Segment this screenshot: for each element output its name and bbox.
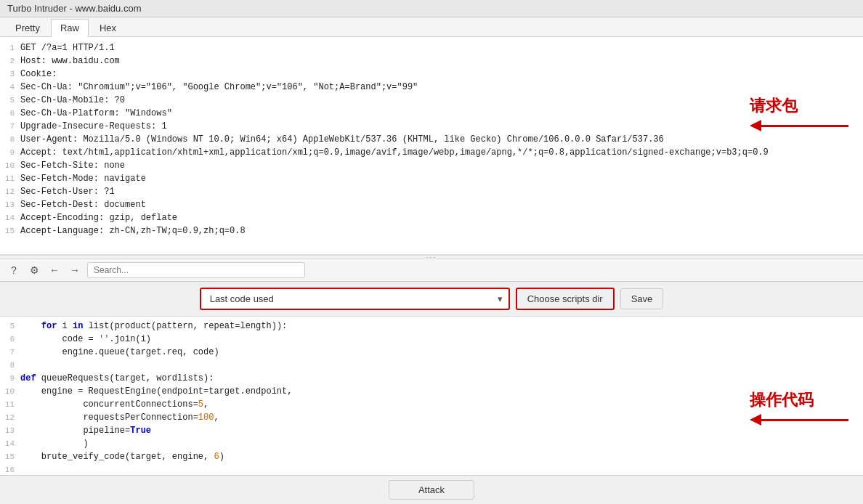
line-content: Sec-Fetch-User: ?1 xyxy=(20,185,863,198)
plain-token: queueRequests(target, wordlists): xyxy=(36,373,214,383)
plain-token: code = xyxy=(20,334,99,344)
line-content: Sec-Fetch-Site: none xyxy=(20,159,863,172)
attack-button[interactable]: Attack xyxy=(389,480,474,500)
request-line: 13Sec-Fetch-Dest: document xyxy=(0,198,863,211)
line-number: 16 xyxy=(0,463,20,475)
line-content: requestsPerConnection=100, xyxy=(20,411,863,424)
tab-pretty[interactable]: Pretty xyxy=(6,19,49,36)
request-line: 9Accept: text/html,application/xhtml+xml… xyxy=(0,146,863,159)
request-line: 3Cookie: xyxy=(0,68,863,81)
line-number: 14 xyxy=(0,437,20,450)
request-line: 12Sec-Fetch-User: ?1 xyxy=(0,185,863,198)
code-line: 10 engine = RequestEngine(endpoint=targe… xyxy=(0,385,863,398)
line-content: concurrentConnections=5, xyxy=(20,398,863,411)
code-line: 9def queueRequests(target, wordlists): xyxy=(0,372,863,385)
plain-token: pipeline= xyxy=(20,426,130,436)
line-content: Accept: text/html,application/xhtml+xml,… xyxy=(20,146,863,159)
request-content: 1GET /?a=1 HTTP/1.12Host: www.baidu.com3… xyxy=(0,37,863,254)
script-dropdown[interactable]: Last code used xyxy=(201,289,492,309)
code-line: 5 for i in list(product(pattern, repeat=… xyxy=(0,320,863,333)
request-line: 2Host: www.baidu.com xyxy=(0,54,863,68)
line-number: 2 xyxy=(0,54,20,68)
keyword-token: for xyxy=(20,321,57,331)
help-icon[interactable]: ? xyxy=(6,262,22,278)
line-number: 9 xyxy=(0,146,20,159)
plain-token: list(product(pattern, repeat=length)): xyxy=(83,321,287,331)
line-number: 15 xyxy=(0,224,20,237)
code-line: 11 concurrentConnections=5, xyxy=(0,398,863,411)
plain-token: ) xyxy=(219,452,224,462)
request-line: 14Accept-Encoding: gzip, deflate xyxy=(0,211,863,224)
search-input[interactable] xyxy=(87,262,305,278)
request-area: 1GET /?a=1 HTTP/1.12Host: www.baidu.com3… xyxy=(0,37,863,255)
chevron-down-icon: ▾ xyxy=(492,293,509,304)
line-content: Sec-Fetch-Mode: navigate xyxy=(20,172,863,185)
line-content: ) xyxy=(20,437,863,450)
plain-token: engine = RequestEngine(endpoint=target.e… xyxy=(20,386,292,397)
settings-icon[interactable]: ⚙ xyxy=(26,262,42,278)
bottom-bar: Attack xyxy=(0,475,863,504)
line-content: for i in list(product(pattern, repeat=le… xyxy=(20,320,863,333)
line-content: GET /?a=1 HTTP/1.1 xyxy=(20,41,863,54)
request-line: 6Sec-Ch-Ua-Platform: "Windows" xyxy=(0,107,863,120)
number-token: 100 xyxy=(198,412,214,423)
tab-hex[interactable]: Hex xyxy=(90,19,126,36)
line-number: 13 xyxy=(0,424,20,437)
tab-raw[interactable]: Raw xyxy=(51,19,89,37)
line-number: 6 xyxy=(0,107,20,120)
line-number: 8 xyxy=(0,359,20,372)
line-number: 10 xyxy=(0,385,20,398)
request-line: 11Sec-Fetch-Mode: navigate xyxy=(0,172,863,185)
choose-scripts-button[interactable]: Choose scripts dir xyxy=(516,288,615,310)
code-line: 12 requestsPerConnection=100, xyxy=(0,411,863,424)
line-number: 6 xyxy=(0,333,20,346)
plain-token: concurrentConnections= xyxy=(20,399,198,410)
number-token: 6 xyxy=(214,452,219,462)
forward-icon[interactable]: → xyxy=(67,262,83,278)
number-token: 5 xyxy=(198,399,203,410)
line-number: 7 xyxy=(0,120,20,133)
line-number: 1 xyxy=(0,41,20,54)
back-icon[interactable]: ← xyxy=(46,262,62,278)
request-line: 15Accept-Language: zh-CN,zh-TW;q=0.9,zh;… xyxy=(0,224,863,237)
plain-token: engine.queue(target.req, code) xyxy=(20,347,219,357)
save-button[interactable]: Save xyxy=(620,288,664,309)
request-line: 8User-Agent: Mozilla/5.0 (Windows NT 10.… xyxy=(0,133,863,146)
line-number: 10 xyxy=(0,159,20,172)
line-number: 11 xyxy=(0,172,20,185)
line-content: code = ''.join(i) xyxy=(20,333,863,346)
plain-token: i xyxy=(57,321,73,331)
code-area: 5 for i in list(product(pattern, repeat=… xyxy=(0,317,863,475)
plain-token: , xyxy=(214,412,219,423)
line-content: User-Agent: Mozilla/5.0 (Windows NT 10.0… xyxy=(20,133,863,146)
line-content: Host: www.baidu.com xyxy=(20,54,863,68)
line-content: Accept-Encoding: gzip, deflate xyxy=(20,211,863,224)
line-number: 9 xyxy=(0,372,20,385)
request-line: 4Sec-Ch-Ua: "Chromium";v="106", "Google … xyxy=(0,81,863,94)
line-number: 15 xyxy=(0,450,20,463)
line-content: Sec-Ch-Ua-Platform: "Windows" xyxy=(20,107,863,120)
line-content: pipeline=True xyxy=(20,424,863,437)
line-number: 13 xyxy=(0,198,20,211)
line-number: 5 xyxy=(0,320,20,333)
code-line: 13 pipeline=True xyxy=(0,424,863,437)
request-line: 5Sec-Ch-Ua-Mobile: ?0 xyxy=(0,94,863,107)
code-line: 16 xyxy=(0,463,863,475)
line-content: Sec-Fetch-Dest: document xyxy=(20,198,863,211)
request-line: 7Upgrade-Insecure-Requests: 1 xyxy=(0,120,863,133)
code-content: 5 for i in list(product(pattern, repeat=… xyxy=(0,317,863,475)
line-content: Accept-Language: zh-CN,zh-TW;q=0.9,zh;q=… xyxy=(20,224,863,237)
keyword-token: def xyxy=(20,373,36,383)
line-content: Sec-Ch-Ua: "Chromium";v="106", "Google C… xyxy=(20,81,863,94)
script-dropdown-wrapper: Last code used ▾ xyxy=(200,288,510,310)
line-content: def queueRequests(target, wordlists): xyxy=(20,372,863,385)
code-line: 8 xyxy=(0,359,863,372)
plain-token: .join(i) xyxy=(109,334,151,344)
window-title: Turbo Intruder - www.baidu.com xyxy=(7,3,141,14)
string-token: '' xyxy=(99,334,109,344)
line-number: 12 xyxy=(0,185,20,198)
plain-token: ) xyxy=(20,439,89,449)
line-number: 14 xyxy=(0,211,20,224)
line-content: Sec-Ch-Ua-Mobile: ?0 xyxy=(20,94,863,107)
line-content: brute_veify_code(target, engine, 6) xyxy=(20,450,863,463)
